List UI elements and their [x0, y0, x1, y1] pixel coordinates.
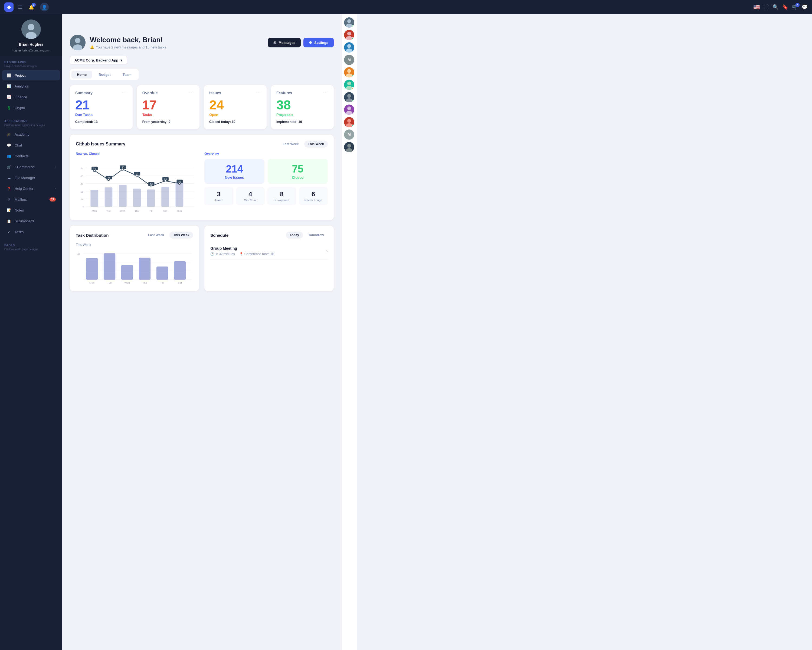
sidebar-item-scrumboard[interactable]: 📋 Scrumboard	[2, 216, 60, 226]
stat-menu-features[interactable]: ···	[323, 90, 328, 95]
bottom-row: Task Distribution Last Week This Week Th…	[70, 226, 334, 297]
reopened-card: 8 Re-opened	[267, 187, 296, 205]
sidebar-item-ecommerce[interactable]: 🛒 ECommerce ›	[2, 162, 60, 172]
welcome-avatar	[70, 35, 85, 50]
task-this-week-btn[interactable]: This Week	[169, 232, 193, 239]
this-week-btn[interactable]: This Week	[304, 141, 328, 148]
stat-number-summary: 21	[75, 99, 127, 112]
svg-point-86	[347, 144, 351, 148]
stat-menu-overdue[interactable]: ···	[189, 90, 194, 95]
last-week-btn[interactable]: Last Week	[279, 141, 302, 148]
clock-icon: 🕐	[210, 252, 214, 256]
cart-icon-btn[interactable]: 🛒 5	[792, 4, 798, 10]
schedule-arrow-icon[interactable]: ›	[326, 249, 328, 254]
svg-rect-18	[90, 190, 98, 206]
flag-icon[interactable]: 🇺🇸	[753, 4, 760, 10]
sidebar-item-filemanager[interactable]: ☁ File Manager	[2, 173, 60, 183]
svg-rect-23	[161, 187, 169, 206]
right-avatar-2[interactable]	[344, 30, 354, 40]
svg-text:Fri: Fri	[161, 281, 164, 284]
stat-title-issues: Issues	[209, 91, 221, 95]
sidebar-user-name: Brian Hughes	[19, 42, 43, 47]
messages-button[interactable]: ✉ Messages	[268, 38, 301, 47]
expand-icon[interactable]: ⛶	[764, 5, 769, 10]
filemanager-icon: ☁	[6, 175, 11, 180]
sidebar-item-tasks[interactable]: ✓ Tasks	[2, 227, 60, 237]
right-avatar-m2[interactable]: M	[344, 130, 354, 140]
stat-title-summary: Summary	[75, 91, 93, 95]
svg-rect-63	[174, 262, 186, 280]
sidebar-item-finance[interactable]: 📈 Finance	[2, 92, 60, 102]
new-issues-card: 214 New Issues	[205, 159, 264, 184]
svg-rect-60	[121, 265, 133, 280]
sidebar-item-label: Contacts	[15, 154, 56, 158]
right-avatar-9[interactable]	[344, 117, 354, 127]
schedule-location: 📍 Conference room 1B	[239, 252, 275, 256]
chat-nav-icon: 💬	[6, 143, 11, 148]
stat-sublabel-issues: Open	[209, 113, 261, 117]
closed-issues-card: 75 Closed	[268, 159, 328, 184]
search-icon[interactable]: 🔍	[772, 4, 778, 10]
envelope-icon: ✉	[273, 41, 276, 45]
right-avatar-11[interactable]	[344, 142, 354, 152]
settings-button[interactable]: ⚙ Settings	[304, 38, 333, 47]
hamburger-icon[interactable]: ☰	[18, 4, 23, 10]
right-avatar-m1[interactable]: M	[344, 55, 354, 65]
svg-text:Sun: Sun	[177, 210, 182, 213]
right-avatar-5[interactable]	[344, 67, 354, 78]
svg-text:40: 40	[77, 252, 80, 255]
pages-section-label: PAGES	[0, 239, 62, 248]
sidebar-item-crypto[interactable]: 💲 Crypto	[2, 102, 60, 113]
svg-point-1	[28, 24, 34, 30]
applications-section-sub: Custom made application designs	[0, 124, 62, 129]
right-avatar-6[interactable]	[344, 80, 354, 90]
svg-point-82	[347, 106, 351, 110]
svg-point-41	[122, 168, 124, 170]
svg-point-42	[136, 175, 138, 177]
right-avatar-8[interactable]	[344, 104, 354, 115]
tab-budget[interactable]: Budget	[93, 71, 116, 78]
sidebar-item-analytics[interactable]: 📊 Analytics	[2, 81, 60, 91]
sidebar-item-label: Academy	[15, 132, 56, 136]
right-avatar-1[interactable]	[344, 17, 354, 28]
svg-rect-20	[119, 185, 127, 206]
analytics-icon: 📊	[6, 84, 11, 89]
svg-text:45: 45	[80, 167, 83, 170]
svg-text:Sat: Sat	[163, 210, 167, 213]
sidebar-item-helpcenter[interactable]: ❓ Help Center ›	[2, 184, 60, 194]
notes-icon: 📝	[6, 208, 11, 213]
sidebar-user-profile: Brian Hughes hughes.brian@company.com	[0, 14, 62, 57]
sidebar-item-notes[interactable]: 📝 Notes	[2, 205, 60, 215]
task-last-week-btn[interactable]: Last Week	[144, 232, 168, 239]
helpcenter-icon: ❓	[6, 186, 11, 191]
chat-icon[interactable]: 💬	[802, 4, 808, 10]
stat-menu-issues[interactable]: ···	[256, 90, 261, 95]
svg-point-39	[93, 170, 96, 172]
project-selector[interactable]: ACME Corp. Backend App ▾	[70, 56, 127, 65]
sidebar-item-project[interactable]: ⬜ Project	[2, 70, 60, 80]
user-circle-icon[interactable]: 👤	[40, 3, 49, 11]
sidebar-item-academy[interactable]: 🎓 Academy	[2, 129, 60, 139]
tab-team[interactable]: Team	[117, 71, 137, 78]
tab-home[interactable]: Home	[72, 71, 92, 78]
stat-card-summary: Summary ··· 21 Due Tasks Completed: 13	[70, 85, 133, 129]
ecommerce-icon: 🛒	[6, 164, 11, 169]
task-this-week-label: This Week	[76, 243, 193, 247]
sidebar-item-contacts[interactable]: 👥 Contacts	[2, 151, 60, 161]
stat-sublabel-summary: Due Tasks	[75, 113, 127, 117]
svg-text:0: 0	[83, 206, 84, 208]
svg-text:Tue: Tue	[107, 281, 111, 284]
sidebar-item-label: Tasks	[15, 230, 56, 234]
right-avatar-3[interactable]	[344, 42, 354, 52]
sidebar-item-mailbox[interactable]: ✉ Mailbox 27	[2, 194, 60, 205]
stat-menu-summary[interactable]: ···	[122, 90, 127, 95]
tomorrow-btn[interactable]: Tomorrow	[304, 232, 328, 239]
bookmark-icon[interactable]: 🔖	[782, 4, 788, 10]
right-sidebar: M	[341, 14, 357, 650]
today-btn[interactable]: Today	[286, 232, 302, 239]
bell-icon-btn[interactable]: 🔔 3	[27, 3, 36, 11]
app-logo[interactable]: ◆	[4, 2, 14, 12]
right-avatar-7[interactable]	[344, 92, 354, 102]
sidebar-item-chat[interactable]: 💬 Chat	[2, 140, 60, 150]
github-section-title: Github Issues Summary	[76, 142, 125, 147]
